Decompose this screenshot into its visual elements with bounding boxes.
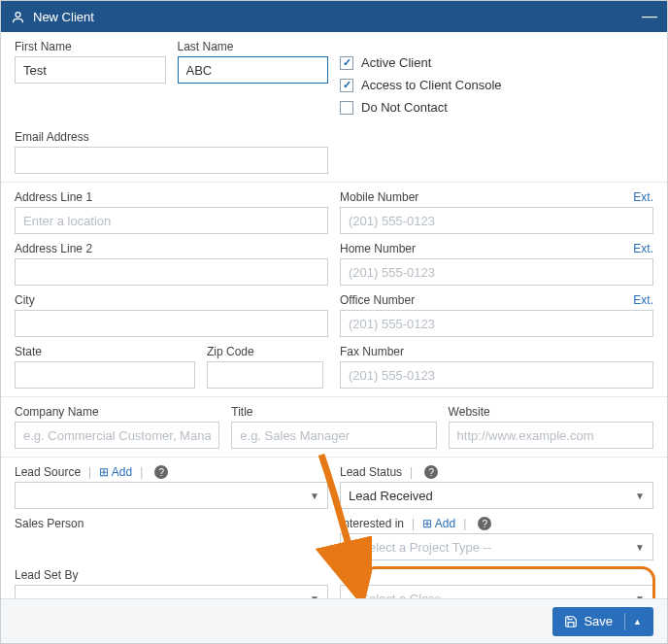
first-name-input[interactable] — [15, 56, 166, 84]
lead-status-label: Lead Status — [340, 465, 402, 479]
interested-in-add[interactable]: Add — [422, 517, 455, 530]
lead-source-add[interactable]: Add — [99, 465, 132, 479]
fax-label: Fax Number — [340, 345, 653, 358]
chevron-down-icon: ▼ — [635, 593, 645, 599]
address1-input[interactable] — [15, 207, 328, 234]
help-icon[interactable]: ? — [154, 465, 168, 479]
help-icon[interactable]: ? — [478, 517, 491, 530]
office-input[interactable] — [340, 310, 653, 337]
window-title: New Client — [33, 10, 642, 24]
city-input[interactable] — [15, 310, 328, 337]
save-icon — [564, 615, 578, 628]
website-input[interactable] — [449, 422, 653, 449]
minimize-button[interactable]: — — [642, 8, 657, 25]
access-console-label: Access to Client Console — [361, 78, 502, 92]
new-client-dialog: New Client — First Name Last Name Active… — [0, 0, 668, 644]
company-label: Company Name — [15, 405, 219, 419]
zip-label: Zip Code — [207, 345, 323, 358]
title-label: Title — [231, 405, 436, 419]
last-name-label: Last Name — [178, 40, 329, 53]
chevron-up-icon: ▲ — [633, 617, 642, 627]
title-input[interactable] — [231, 422, 436, 449]
svg-point-0 — [16, 12, 20, 17]
person-icon — [11, 10, 25, 24]
email-label: Email Address — [15, 130, 328, 144]
interested-in-select[interactable]: -- Select a Project Type --▼ — [340, 533, 653, 560]
interested-in-label: Interested in — [340, 517, 404, 530]
help-icon[interactable]: ? — [424, 465, 438, 479]
state-input[interactable] — [15, 361, 195, 389]
lead-source-select[interactable]: ▼ — [15, 482, 328, 509]
lead-set-by-select[interactable]: ▼ — [15, 585, 328, 598]
email-input[interactable] — [15, 147, 328, 174]
do-not-contact-label: Do Not Contact — [361, 100, 448, 115]
access-console-checkbox[interactable] — [340, 79, 353, 92]
lead-source-label: Lead Source — [15, 465, 81, 479]
zip-input[interactable] — [207, 361, 323, 389]
address2-label: Address Line 2 — [15, 242, 328, 255]
address1-label: Address Line 1 — [15, 190, 328, 204]
class-select[interactable]: -- Select a Class --▼ — [340, 585, 653, 598]
fax-input[interactable] — [340, 361, 653, 389]
class-label: Class — [340, 568, 653, 582]
lead-status-select[interactable]: Lead Received▼ — [340, 482, 653, 509]
home-input[interactable] — [340, 258, 653, 286]
city-label: City — [15, 293, 328, 307]
state-label: State — [15, 345, 195, 358]
save-button[interactable]: Save ▲ — [552, 607, 653, 636]
titlebar: New Client — — [1, 1, 667, 32]
home-label: Home Number — [340, 242, 416, 255]
home-ext-link[interactable]: Ext. — [633, 242, 653, 258]
mobile-label: Mobile Number — [340, 190, 418, 204]
website-label: Website — [449, 405, 653, 419]
address2-input[interactable] — [15, 258, 328, 286]
office-label: Office Number — [340, 293, 415, 307]
do-not-contact-checkbox[interactable] — [340, 101, 353, 115]
save-label: Save — [584, 614, 613, 628]
chevron-down-icon: ▼ — [635, 542, 645, 553]
chevron-down-icon: ▼ — [310, 491, 319, 501]
mobile-input[interactable] — [340, 207, 653, 234]
active-client-checkbox[interactable] — [340, 56, 353, 70]
lead-set-by-label: Lead Set By — [15, 568, 328, 582]
last-name-input[interactable] — [178, 56, 329, 84]
lead-status-value: Lead Received — [349, 489, 433, 503]
company-input[interactable] — [15, 422, 219, 449]
active-client-label: Active Client — [361, 55, 431, 70]
form-area: First Name Last Name Active Client Acces… — [1, 32, 667, 598]
chevron-down-icon: ▼ — [635, 491, 645, 501]
office-ext-link[interactable]: Ext. — [633, 293, 653, 310]
footer: Save ▲ — [1, 598, 667, 643]
chevron-down-icon: ▼ — [310, 593, 319, 599]
mobile-ext-link[interactable]: Ext. — [633, 190, 653, 207]
first-name-label: First Name — [15, 40, 166, 53]
sales-person-label: Sales Person — [15, 517, 328, 530]
